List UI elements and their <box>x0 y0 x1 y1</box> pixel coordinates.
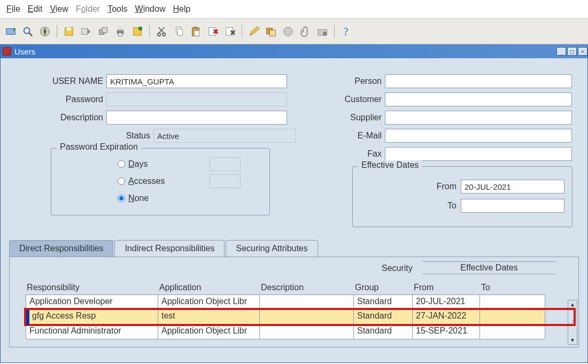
eff-to-label: To <box>360 201 461 211</box>
cell-desc[interactable] <box>260 324 354 339</box>
svg-line-2 <box>29 33 33 36</box>
help-icon[interactable]: ? <box>339 24 354 39</box>
eff-to-field[interactable] <box>461 199 564 213</box>
cell-to[interactable] <box>480 309 545 324</box>
find-icon[interactable] <box>20 24 35 39</box>
menu-edit[interactable]: Edit <box>28 4 43 14</box>
svg-point-1 <box>24 27 30 33</box>
pw-exp-accesses-label: Accesses <box>128 176 165 186</box>
email-field[interactable] <box>385 129 572 143</box>
status-field[interactable] <box>153 129 296 143</box>
eff-from-field[interactable] <box>461 180 564 193</box>
folder-tools-icon[interactable] <box>315 24 330 39</box>
fax-field[interactable] <box>385 147 572 161</box>
paperclip-icon[interactable] <box>298 24 313 39</box>
delete-icon[interactable] <box>222 24 237 39</box>
password-label: Password <box>14 95 106 104</box>
col-description: Description <box>260 283 354 295</box>
menu-folder[interactable]: Folder <box>76 4 100 14</box>
user-name-field[interactable] <box>106 74 287 88</box>
svg-point-15 <box>163 33 166 36</box>
table-row[interactable]: Functional AdministratorApplication Obje… <box>26 324 574 339</box>
next-step-icon[interactable] <box>79 24 94 39</box>
new-icon[interactable] <box>3 24 18 39</box>
cell-app[interactable]: test <box>158 309 260 324</box>
table-row[interactable]: gfg Access ResptestStandard27-JAN-2022 <box>26 309 574 324</box>
pw-exp-accesses-value[interactable] <box>210 174 241 188</box>
cell-desc[interactable] <box>260 295 354 309</box>
cell-desc[interactable] <box>260 309 354 324</box>
cell-sec[interactable]: Standard <box>354 295 413 309</box>
password-expiration-group: Password Expiration Days Accesses None <box>51 148 270 215</box>
cell-resp[interactable]: gfg Access Resp <box>26 309 158 324</box>
translate-icon[interactable] <box>264 24 278 39</box>
status-label: Status <box>14 131 153 141</box>
tabs-container: Direct Responsibilities Indirect Respons… <box>9 240 579 347</box>
tab-direct-responsibilities[interactable]: Direct Responsibilities <box>9 240 113 257</box>
menu-view[interactable]: View <box>50 4 68 14</box>
toolbar: ? <box>0 19 588 44</box>
eff-from-label: From <box>360 182 461 191</box>
password-field[interactable] <box>106 92 287 106</box>
navigator-icon[interactable] <box>37 24 52 39</box>
pw-exp-none-radio[interactable] <box>118 195 125 202</box>
description-field[interactable] <box>106 111 287 125</box>
scroll-up-icon[interactable]: ▲ <box>570 301 575 307</box>
cell-sec[interactable]: Standard <box>354 324 413 339</box>
copy-icon[interactable] <box>171 24 186 39</box>
window-title: Users <box>14 47 35 56</box>
minimize-button[interactable]: _ <box>556 47 566 56</box>
user-name-label: USER NAME <box>14 76 106 86</box>
print-icon[interactable] <box>113 24 128 39</box>
menu-window[interactable]: Window <box>135 4 166 14</box>
cell-from[interactable]: 15-SEP-2021 <box>413 324 480 339</box>
switch-resp-icon[interactable] <box>96 24 111 39</box>
tab-panel: Effective Dates Security Responsibility … <box>9 257 579 347</box>
svg-rect-19 <box>177 29 182 35</box>
cell-to[interactable] <box>480 295 545 309</box>
effective-dates-legend: Effective Dates <box>358 160 422 170</box>
cell-resp[interactable]: Functional Administrator <box>26 324 158 339</box>
menu-file[interactable]: File <box>6 4 20 14</box>
tab-indirect-responsibilities[interactable]: Indirect Responsibilities <box>114 240 225 257</box>
customer-field[interactable] <box>385 92 572 106</box>
clear-record-icon[interactable] <box>205 24 220 39</box>
table-row[interactable]: Application DeveloperApplication Object … <box>26 295 574 309</box>
save-icon[interactable] <box>61 24 76 39</box>
pw-exp-days-radio[interactable] <box>118 160 125 168</box>
svg-rect-21 <box>194 26 197 28</box>
edit-field-icon[interactable] <box>246 24 261 39</box>
svg-text:?: ? <box>344 26 349 37</box>
col-security-group: Group <box>354 283 413 295</box>
cut-icon[interactable] <box>154 24 169 39</box>
cell-from[interactable]: 20-JUL-2021 <box>413 295 480 309</box>
grid-security-label1: Security <box>382 264 413 273</box>
cell-to[interactable] <box>480 324 545 339</box>
cell-app[interactable]: Application Object Libr <box>158 295 260 309</box>
menu-tools[interactable]: Tools <box>107 4 127 14</box>
grid-eff-dates-label: Effective Dates <box>460 263 517 272</box>
cell-app[interactable]: Application Object Libr <box>158 324 260 339</box>
col-from: From <box>413 283 480 295</box>
scroll-down-icon[interactable]: ▼ <box>570 337 575 343</box>
attachments-icon[interactable] <box>281 24 296 39</box>
tab-securing-attributes[interactable]: Securing Attributes <box>226 240 318 257</box>
paste-icon[interactable] <box>188 24 203 39</box>
maximize-button[interactable]: □ <box>567 47 577 56</box>
svg-point-31 <box>284 27 293 36</box>
pw-exp-days-value[interactable] <box>210 157 241 171</box>
pw-exp-none-label: None <box>128 193 149 203</box>
close-form-icon[interactable] <box>130 24 145 39</box>
fax-label: Fax <box>329 149 385 159</box>
cell-sec[interactable]: Standard <box>354 309 413 324</box>
svg-point-33 <box>323 32 327 35</box>
menu-help[interactable]: Help <box>173 4 190 14</box>
pw-exp-accesses-radio[interactable] <box>118 177 125 185</box>
supplier-field[interactable] <box>385 111 572 125</box>
cell-resp[interactable]: Application Developer <box>26 295 158 309</box>
oracle-icon <box>3 47 11 56</box>
person-field[interactable] <box>385 74 572 88</box>
close-button[interactable]: × <box>578 47 587 56</box>
window-titlebar: Users _ □ × <box>1 44 587 58</box>
cell-from[interactable]: 27-JAN-2022 <box>413 309 480 324</box>
